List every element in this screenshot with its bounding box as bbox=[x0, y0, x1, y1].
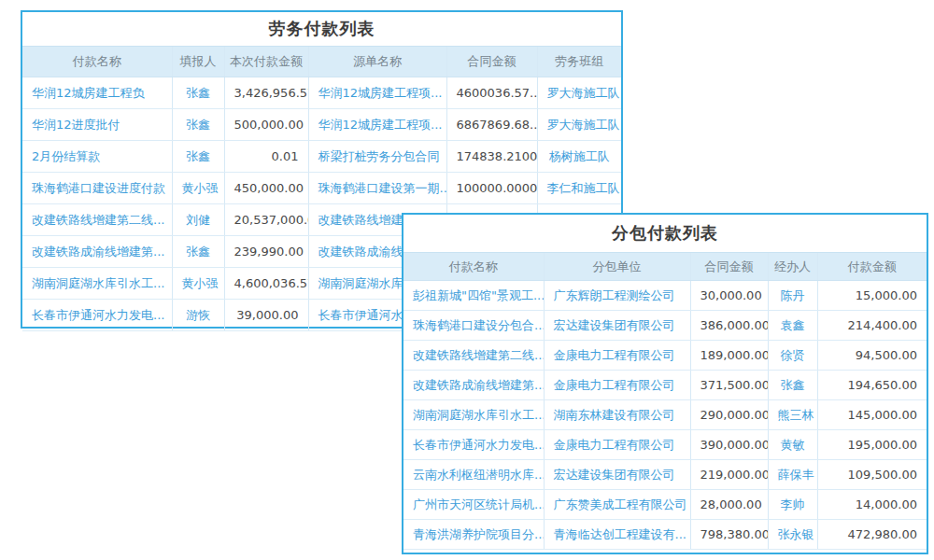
cell-value: 0.01 bbox=[224, 141, 308, 173]
cell-link[interactable]: 宏达建设集团有限公司 bbox=[544, 311, 690, 341]
column-header: 劳务班组 bbox=[537, 47, 621, 77]
cell-link[interactable]: 青海临达创工程建设有... bbox=[544, 520, 690, 550]
table-row: 长春市伊通河水力发电...金康电力工程有限公司390,000.00黄敏195,0… bbox=[403, 430, 927, 460]
column-header: 付款金额 bbox=[817, 253, 927, 281]
cell-link[interactable]: 广东赞美成工程有限公司 bbox=[544, 490, 690, 520]
cell-link[interactable]: 华润12进度批付 bbox=[22, 109, 172, 141]
cell-link[interactable]: 薛保丰 bbox=[768, 460, 817, 490]
cell-link[interactable]: 青海洪湖养护院项目分... bbox=[403, 520, 544, 550]
cell-value: 3,426,956.57 bbox=[224, 77, 308, 109]
cell-value: 390,000.00 bbox=[690, 430, 768, 460]
cell-value: 239,990.00 bbox=[224, 236, 308, 268]
labor-table-title: 劳务付款列表 bbox=[22, 12, 621, 46]
cell-link[interactable]: 桥梁打桩劳务分包合同 bbox=[308, 141, 446, 173]
cell-value: 15,000.00 bbox=[817, 281, 927, 311]
subcontract-payment-table: 付款名称分包单位合同金额经办人付款金额彭祖新城"四馆"景观工...广东辉朗工程测… bbox=[403, 252, 927, 550]
cell-link[interactable]: 珠海鹤港口建设第一期... bbox=[308, 173, 446, 204]
column-header: 源单名称 bbox=[308, 47, 446, 77]
table-row: 广州市天河区统计局机...广东赞美成工程有限公司28,000.00李帅14,00… bbox=[403, 490, 927, 520]
cell-link[interactable]: 徐贤 bbox=[768, 341, 817, 371]
column-header: 付款名称 bbox=[22, 47, 172, 77]
cell-value: 290,000.00 bbox=[690, 400, 768, 430]
cell-link[interactable]: 张鑫 bbox=[172, 77, 224, 109]
cell-link[interactable]: 游恢 bbox=[172, 300, 224, 331]
table-row: 华润12城房建工程负张鑫3,426,956.57华润12城房建工程项...460… bbox=[22, 77, 621, 109]
cell-value: 214,400.00 bbox=[817, 311, 927, 341]
cell-link[interactable]: 黄敏 bbox=[768, 430, 817, 460]
cell-link[interactable]: 2月份结算款 bbox=[22, 141, 172, 173]
column-header: 合同金额 bbox=[690, 253, 768, 281]
cell-link[interactable]: 长春市伊通河水力发电... bbox=[22, 300, 172, 331]
cell-link[interactable]: 张永银 bbox=[768, 520, 817, 550]
cell-link[interactable]: 湖南洞庭湖水库引水工... bbox=[22, 268, 172, 300]
table-row: 彭祖新城"四馆"景观工...广东辉朗工程测绘公司30,000.00陈丹15,00… bbox=[403, 281, 927, 311]
header-row: 付款名称分包单位合同金额经办人付款金额 bbox=[403, 253, 927, 281]
table-row: 珠海鹤港口建设分包合...宏达建设集团有限公司386,000.00袁鑫214,4… bbox=[403, 311, 927, 341]
column-header: 合同金额 bbox=[446, 47, 537, 77]
cell-link[interactable]: 改建铁路成渝线增建第... bbox=[403, 371, 544, 400]
cell-link[interactable]: 李仁和施工队 bbox=[537, 173, 621, 204]
cell-link[interactable]: 张鑫 bbox=[172, 141, 224, 173]
cell-value: 174838.2100 bbox=[446, 141, 537, 173]
cell-value: 94,500.00 bbox=[817, 341, 927, 371]
cell-value: 14,000.00 bbox=[817, 490, 927, 520]
cell-link[interactable]: 杨树施工队 bbox=[537, 141, 621, 173]
cell-link[interactable]: 李帅 bbox=[768, 490, 817, 520]
cell-value: 189,000.00 bbox=[690, 341, 768, 371]
cell-value: 39,000.00 bbox=[224, 300, 308, 331]
cell-link[interactable]: 张鑫 bbox=[768, 371, 817, 400]
table-row: 青海洪湖养护院项目分...青海临达创工程建设有...798,380.00张永银4… bbox=[403, 520, 927, 550]
table-row: 华润12进度批付张鑫500,000.00华润12城房建工程项...6867869… bbox=[22, 109, 621, 141]
cell-value: 195,000.00 bbox=[817, 430, 927, 460]
cell-link[interactable]: 华润12城房建工程项... bbox=[308, 77, 446, 109]
table-row: 云南水利枢纽潜明水库...宏达建设集团有限公司219,000.00薛保丰109,… bbox=[403, 460, 927, 490]
cell-link[interactable]: 广东辉朗工程测绘公司 bbox=[544, 281, 690, 311]
cell-link[interactable]: 熊三林 bbox=[768, 400, 817, 430]
column-header: 经办人 bbox=[768, 253, 817, 281]
cell-value: 28,000.00 bbox=[690, 490, 768, 520]
cell-link[interactable]: 袁鑫 bbox=[768, 311, 817, 341]
cell-link[interactable]: 宏达建设集团有限公司 bbox=[544, 460, 690, 490]
column-header: 本次付款金额 bbox=[224, 47, 308, 77]
table-row: 珠海鹤港口建设进度付款黄小强450,000.00珠海鹤港口建设第一期...100… bbox=[22, 173, 621, 204]
table-row: 2月份结算款张鑫0.01桥梁打桩劳务分包合同174838.2100杨树施工队 bbox=[22, 141, 621, 173]
cell-link[interactable]: 张鑫 bbox=[172, 109, 224, 141]
table-row: 改建铁路成渝线增建第...金康电力工程有限公司371,500.00张鑫194,6… bbox=[403, 371, 927, 400]
cell-link[interactable]: 陈丹 bbox=[768, 281, 817, 311]
cell-link[interactable]: 罗大海施工队 bbox=[537, 109, 621, 141]
cell-value: 386,000.00 bbox=[690, 311, 768, 341]
cell-link[interactable]: 刘健 bbox=[172, 204, 224, 236]
column-header: 填报人 bbox=[172, 47, 224, 77]
cell-link[interactable]: 黄小强 bbox=[172, 268, 224, 300]
cell-link[interactable]: 黄小强 bbox=[172, 173, 224, 204]
cell-link[interactable]: 湖南东林建设有限公司 bbox=[544, 400, 690, 430]
cell-value: 4,600,036.57 bbox=[224, 268, 308, 300]
cell-link[interactable]: 广州市天河区统计局机... bbox=[403, 490, 544, 520]
cell-link[interactable]: 金康电力工程有限公司 bbox=[544, 430, 690, 460]
cell-link[interactable]: 湖南洞庭湖水库引水工... bbox=[403, 400, 544, 430]
cell-link[interactable]: 罗大海施工队 bbox=[537, 77, 621, 109]
cell-value: 145,000.00 bbox=[817, 400, 927, 430]
cell-value: 371,500.00 bbox=[690, 371, 768, 400]
cell-link[interactable]: 改建铁路成渝线增建第... bbox=[22, 236, 172, 268]
cell-value: 450,000.00 bbox=[224, 173, 308, 204]
cell-link[interactable]: 长春市伊通河水力发电... bbox=[403, 430, 544, 460]
cell-value: 194,650.00 bbox=[817, 371, 927, 400]
cell-link[interactable]: 珠海鹤港口建设进度付款 bbox=[22, 173, 172, 204]
cell-link[interactable]: 改建铁路线增建第二线... bbox=[22, 204, 172, 236]
cell-value: 219,000.00 bbox=[690, 460, 768, 490]
cell-value: 500,000.00 bbox=[224, 109, 308, 141]
cell-link[interactable]: 华润12城房建工程负 bbox=[22, 77, 172, 109]
cell-link[interactable]: 张鑫 bbox=[172, 236, 224, 268]
cell-link[interactable]: 金康电力工程有限公司 bbox=[544, 341, 690, 371]
cell-link[interactable]: 彭祖新城"四馆"景观工... bbox=[403, 281, 544, 311]
cell-value: 4600036.57... bbox=[446, 77, 537, 109]
subcontract-payment-table-card: 分包付款列表 付款名称分包单位合同金额经办人付款金额彭祖新城"四馆"景观工...… bbox=[402, 213, 928, 554]
cell-link[interactable]: 金康电力工程有限公司 bbox=[544, 371, 690, 400]
cell-link[interactable]: 华润12城房建工程项... bbox=[308, 109, 446, 141]
cell-link[interactable]: 云南水利枢纽潜明水库... bbox=[403, 460, 544, 490]
cell-link[interactable]: 改建铁路线增建第二线... bbox=[403, 341, 544, 371]
cell-value: 20,537,000.00 bbox=[224, 204, 308, 236]
column-header: 付款名称 bbox=[403, 253, 544, 281]
cell-link[interactable]: 珠海鹤港口建设分包合... bbox=[403, 311, 544, 341]
